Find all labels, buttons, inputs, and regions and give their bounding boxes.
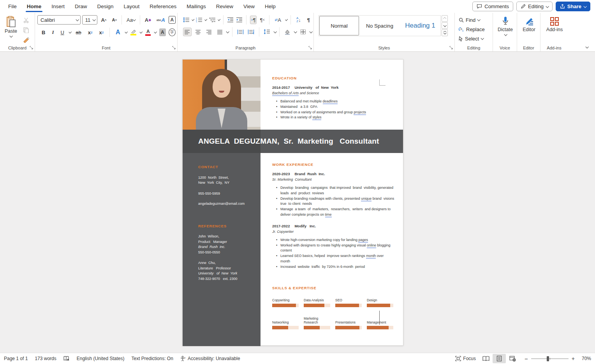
multilevel-list-button[interactable] xyxy=(209,16,216,24)
italic-button[interactable]: I xyxy=(50,28,56,37)
borders-chevron[interactable] xyxy=(309,30,312,33)
highlight-color-button[interactable] xyxy=(130,29,137,35)
shrink-font-button[interactable]: A˅ xyxy=(110,15,119,25)
character-border-button[interactable]: A xyxy=(169,16,176,24)
asian-layout-chevron[interactable] xyxy=(285,18,288,21)
numbering-button[interactable]: 123 xyxy=(196,16,202,24)
select-button[interactable]: Select xyxy=(459,34,491,43)
align-center-button[interactable] xyxy=(194,28,202,36)
change-case-button[interactable]: Aa xyxy=(125,15,137,25)
copy-button[interactable] xyxy=(22,26,30,34)
style-heading-1[interactable]: Heading 1 xyxy=(400,16,440,35)
grow-font-button[interactable]: A˄ xyxy=(99,15,108,25)
bullets-button[interactable] xyxy=(183,16,190,24)
font-color-button[interactable]: A xyxy=(145,29,152,36)
text-effects-button[interactable]: A xyxy=(114,28,122,37)
word-count[interactable]: 173 words xyxy=(31,353,60,364)
document-page[interactable]: ANGELA DEGUZMAN, Sr. Marketing Consultan… xyxy=(182,59,403,346)
editing-mode-button[interactable]: Editing xyxy=(516,2,553,11)
zoom-in-button[interactable]: + xyxy=(572,355,575,362)
font-size-combo[interactable]: 11 xyxy=(82,15,98,25)
document-canvas[interactable]: ANGELA DEGUZMAN, Sr. Marketing Consultan… xyxy=(0,52,595,353)
tab-insert[interactable]: Insert xyxy=(46,0,70,13)
justify-button[interactable] xyxy=(215,28,224,36)
print-layout-button[interactable] xyxy=(493,354,506,363)
dictate-button[interactable]: Dictate xyxy=(495,15,515,36)
align-left-button[interactable] xyxy=(183,28,192,36)
text-effects-chevron[interactable] xyxy=(125,30,128,33)
format-painter-button[interactable] xyxy=(22,35,30,44)
tab-view[interactable]: View xyxy=(238,0,260,13)
clipboard-dialog-launcher[interactable] xyxy=(30,46,33,50)
tab-file[interactable]: File xyxy=(3,0,22,13)
rtl-text-direction-button[interactable]: ¶< xyxy=(259,16,266,24)
styles-more-button[interactable] xyxy=(442,29,448,36)
show-hide-paragraph-button[interactable]: ¶ xyxy=(305,15,312,25)
font-name-combo[interactable]: Calibri xyxy=(37,15,81,25)
enclose-characters-button[interactable]: 字 xyxy=(169,28,176,36)
borders-button[interactable] xyxy=(299,28,307,36)
shading-chevron[interactable] xyxy=(294,30,297,33)
sort-button[interactable]: AZ↓ xyxy=(294,15,303,25)
zoom-out-button[interactable]: − xyxy=(525,355,528,362)
tab-draw[interactable]: Draw xyxy=(70,0,92,13)
ltr-text-direction-button[interactable]: >¶ xyxy=(250,16,257,24)
bullets-chevron[interactable] xyxy=(192,18,194,21)
find-button[interactable]: Find xyxy=(459,15,491,25)
styles-dialog-launcher[interactable] xyxy=(449,46,453,50)
align-right-button[interactable] xyxy=(205,28,213,36)
tab-review[interactable]: Review xyxy=(211,0,238,13)
proofing-status[interactable] xyxy=(60,353,73,364)
numbering-chevron[interactable] xyxy=(205,18,208,21)
tab-help[interactable]: Help xyxy=(260,0,281,13)
paste-button[interactable]: Paste xyxy=(2,15,19,37)
web-layout-button[interactable] xyxy=(506,354,519,363)
accessibility-status[interactable]: ? Accessibility: Unavailable xyxy=(177,353,244,364)
phonetic-guide-button[interactable]: abcA xyxy=(155,15,167,25)
shading-button[interactable] xyxy=(283,28,292,36)
share-button[interactable]: Share xyxy=(556,2,590,11)
subscript-button[interactable]: x2 xyxy=(86,28,95,37)
collapse-ribbon-chevron[interactable] xyxy=(585,45,588,48)
text-predictions-indicator[interactable]: Text Predictions: On xyxy=(128,353,177,364)
font-color-chevron[interactable] xyxy=(154,30,157,33)
comments-button[interactable]: Comments xyxy=(472,2,513,11)
distribute-rows-button[interactable] xyxy=(236,28,245,36)
paragraph-dialog-launcher[interactable] xyxy=(308,46,312,50)
asian-layout-button[interactable]: ⇄A xyxy=(273,15,283,25)
line-spacing-chevron[interactable] xyxy=(273,30,276,33)
zoom-level[interactable]: 70% xyxy=(578,356,591,361)
tab-mailings[interactable]: Mailings xyxy=(181,0,211,13)
underline-menu-chevron[interactable] xyxy=(69,30,72,33)
tab-references[interactable]: References xyxy=(144,0,181,13)
distribute-columns-button[interactable] xyxy=(247,28,255,36)
replace-button[interactable]: bc Replace xyxy=(459,25,491,34)
bold-button[interactable]: B xyxy=(40,28,47,37)
style-no-spacing[interactable]: No Spacing xyxy=(360,16,400,35)
styles-scroll-down-button[interactable] xyxy=(442,22,448,29)
character-shading-button[interactable]: A xyxy=(159,28,166,36)
highlight-color-chevron[interactable] xyxy=(140,30,143,33)
read-mode-button[interactable] xyxy=(479,354,493,363)
tab-layout[interactable]: Layout xyxy=(119,0,145,13)
focus-button[interactable]: Focus xyxy=(452,356,479,361)
zoom-slider[interactable] xyxy=(531,359,569,359)
underline-button[interactable]: U xyxy=(58,28,66,37)
styles-scroll-up-button[interactable] xyxy=(442,15,448,22)
zoom-slider-thumb[interactable] xyxy=(547,356,549,361)
tab-design[interactable]: Design xyxy=(92,0,119,13)
editor-button[interactable]: Editor xyxy=(519,15,539,32)
clear-formatting-button[interactable]: A◆ xyxy=(143,15,153,25)
tab-home[interactable]: Home xyxy=(22,0,47,13)
line-spacing-button[interactable] xyxy=(263,28,271,36)
language-indicator[interactable]: English (United States) xyxy=(73,353,128,364)
multilevel-list-chevron[interactable] xyxy=(218,18,220,21)
cut-button[interactable] xyxy=(22,16,30,25)
justify-chevron[interactable] xyxy=(226,30,229,33)
style-normal[interactable]: Normal xyxy=(319,16,359,35)
superscript-button[interactable]: x2 xyxy=(97,28,106,37)
strikethrough-button[interactable]: ab xyxy=(74,28,83,37)
addins-button[interactable]: Add-ins xyxy=(543,15,566,32)
increase-indent-button[interactable] xyxy=(236,16,243,24)
page-indicator[interactable]: Page 1 of 1 xyxy=(4,353,31,364)
